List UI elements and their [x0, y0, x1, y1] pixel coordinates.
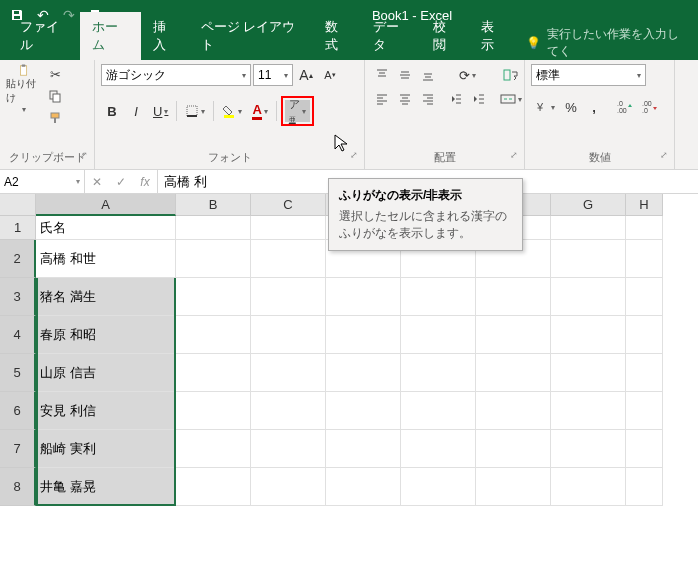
- comma-button[interactable]: ,: [583, 96, 605, 118]
- cell-C5[interactable]: [251, 354, 326, 392]
- font-color-button[interactable]: A: [248, 100, 271, 122]
- row-header-4[interactable]: 4: [0, 316, 36, 354]
- clipboard-launcher-icon[interactable]: ⤢: [80, 150, 88, 160]
- cell-B4[interactable]: [176, 316, 251, 354]
- column-header-C[interactable]: C: [251, 194, 326, 216]
- font-size-combo[interactable]: 11▾: [253, 64, 293, 86]
- border-button[interactable]: [181, 100, 209, 122]
- cell-A6[interactable]: 安見 利信: [36, 392, 176, 430]
- cell-C6[interactable]: [251, 392, 326, 430]
- cell-A1[interactable]: 氏名: [36, 216, 176, 240]
- increase-indent-icon[interactable]: [468, 88, 490, 110]
- italic-button[interactable]: I: [125, 100, 147, 122]
- cells-area[interactable]: 氏名高橋 和世猪名 満生春原 和昭山原 信吉安見 利信船崎 実利井亀 嘉晃高橋 …: [36, 216, 698, 562]
- name-box[interactable]: A2▾: [0, 170, 85, 193]
- row-header-5[interactable]: 5: [0, 354, 36, 392]
- cell-C1[interactable]: [251, 216, 326, 240]
- cell-E4[interactable]: [401, 316, 476, 354]
- cell-A7[interactable]: 船崎 実利: [36, 430, 176, 468]
- fx-icon[interactable]: fx: [133, 170, 157, 193]
- cell-C2[interactable]: [251, 240, 326, 278]
- cell-B6[interactable]: [176, 392, 251, 430]
- increase-decimal-icon[interactable]: .0.00: [613, 96, 637, 118]
- paste-button[interactable]: 貼り付け ▾: [6, 64, 42, 114]
- font-launcher-icon[interactable]: ⤢: [350, 150, 358, 160]
- tab-insert[interactable]: 挿入: [141, 12, 189, 60]
- row-header-8[interactable]: 8: [0, 468, 36, 506]
- font-name-combo[interactable]: 游ゴシック▾: [101, 64, 251, 86]
- formula-value[interactable]: 高橋 利: [158, 173, 213, 191]
- cell-B2[interactable]: [176, 240, 251, 278]
- cell-E8[interactable]: [401, 468, 476, 506]
- decrease-font-icon[interactable]: A▾: [319, 64, 341, 86]
- cell-E5[interactable]: [401, 354, 476, 392]
- cell-G6[interactable]: [551, 392, 626, 430]
- align-bottom-icon[interactable]: [417, 64, 439, 86]
- cancel-formula-icon[interactable]: ✕: [85, 170, 109, 193]
- cell-F8[interactable]: [476, 468, 551, 506]
- fill-color-button[interactable]: [218, 100, 246, 122]
- row-header-7[interactable]: 7: [0, 430, 36, 468]
- alignment-launcher-icon[interactable]: ⤢: [510, 150, 518, 160]
- align-right-icon[interactable]: [417, 88, 439, 110]
- cell-D4[interactable]: [326, 316, 401, 354]
- cell-B7[interactable]: [176, 430, 251, 468]
- row-header-1[interactable]: 1: [0, 216, 36, 240]
- cell-E6[interactable]: [401, 392, 476, 430]
- tell-me-search[interactable]: 💡 実行したい作業を入力してく: [518, 26, 699, 60]
- cell-H7[interactable]: [626, 430, 663, 468]
- decrease-indent-icon[interactable]: [445, 88, 467, 110]
- cell-G4[interactable]: [551, 316, 626, 354]
- column-header-A[interactable]: A: [36, 194, 176, 216]
- cell-B1[interactable]: [176, 216, 251, 240]
- cell-H1[interactable]: [626, 216, 663, 240]
- cell-H6[interactable]: [626, 392, 663, 430]
- tab-view[interactable]: 表示: [469, 12, 517, 60]
- cell-A5[interactable]: 山原 信吉: [36, 354, 176, 392]
- cell-E3[interactable]: [401, 278, 476, 316]
- align-top-icon[interactable]: [371, 64, 393, 86]
- cell-B3[interactable]: [176, 278, 251, 316]
- enter-formula-icon[interactable]: ✓: [109, 170, 133, 193]
- cell-H5[interactable]: [626, 354, 663, 392]
- column-header-H[interactable]: H: [626, 194, 663, 216]
- tab-review[interactable]: 校閲: [421, 12, 469, 60]
- tab-home[interactable]: ホーム: [80, 12, 140, 60]
- cell-H2[interactable]: [626, 240, 663, 278]
- row-header-6[interactable]: 6: [0, 392, 36, 430]
- cut-icon[interactable]: ✂: [44, 64, 66, 84]
- format-painter-icon[interactable]: [44, 108, 66, 128]
- cell-D5[interactable]: [326, 354, 401, 392]
- accounting-format-button[interactable]: ¥: [531, 96, 559, 118]
- underline-button[interactable]: U: [149, 100, 172, 122]
- cell-F4[interactable]: [476, 316, 551, 354]
- copy-icon[interactable]: [44, 86, 66, 106]
- tab-formulas[interactable]: 数式: [313, 12, 361, 60]
- number-launcher-icon[interactable]: ⤢: [660, 150, 668, 160]
- cell-D6[interactable]: [326, 392, 401, 430]
- cell-H4[interactable]: [626, 316, 663, 354]
- cell-G8[interactable]: [551, 468, 626, 506]
- wrap-text-button[interactable]: [496, 64, 526, 86]
- redo-icon[interactable]: ↷: [58, 4, 80, 26]
- row-header-3[interactable]: 3: [0, 278, 36, 316]
- cell-H3[interactable]: [626, 278, 663, 316]
- tab-data[interactable]: データ: [361, 12, 421, 60]
- cell-D7[interactable]: [326, 430, 401, 468]
- decrease-decimal-icon[interactable]: .00.0: [638, 96, 662, 118]
- column-header-B[interactable]: B: [176, 194, 251, 216]
- cell-F6[interactable]: [476, 392, 551, 430]
- cell-E7[interactable]: [401, 430, 476, 468]
- align-left-icon[interactable]: [371, 88, 393, 110]
- orientation-button[interactable]: ⟳: [445, 64, 490, 86]
- cell-D3[interactable]: [326, 278, 401, 316]
- increase-font-icon[interactable]: A▴: [295, 64, 317, 86]
- cell-C8[interactable]: [251, 468, 326, 506]
- number-format-combo[interactable]: 標準▾: [531, 64, 646, 86]
- phonetic-guide-button[interactable]: ア亜: [285, 100, 310, 122]
- cell-D8[interactable]: [326, 468, 401, 506]
- column-header-G[interactable]: G: [551, 194, 626, 216]
- cell-H8[interactable]: [626, 468, 663, 506]
- align-center-icon[interactable]: [394, 88, 416, 110]
- cell-G3[interactable]: [551, 278, 626, 316]
